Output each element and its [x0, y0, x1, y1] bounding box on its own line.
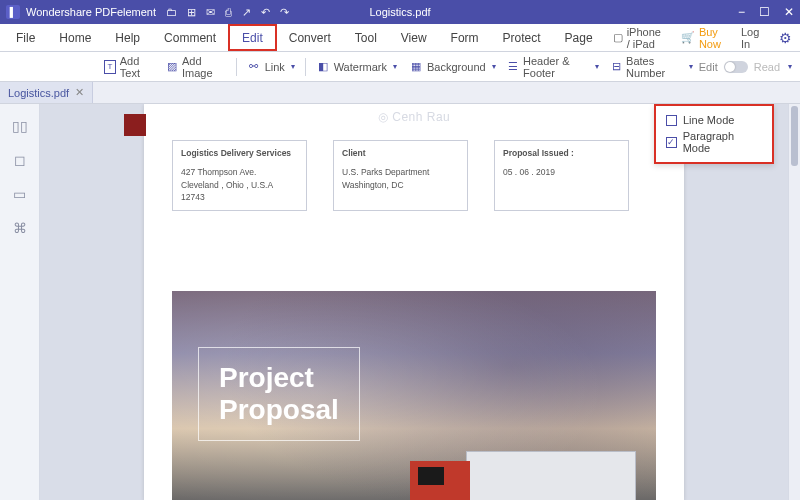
menu-comment[interactable]: Comment — [152, 24, 228, 51]
maximize-button[interactable]: ☐ — [759, 5, 770, 19]
device-icon: ▢ — [613, 31, 623, 44]
info-box-company[interactable]: Logistics Delivery Services 427 Thompson… — [172, 140, 307, 211]
left-sidebar: ▯▯ ◻ ▭ ⌘ — [0, 104, 40, 500]
header-footer-button[interactable]: ☰ Header & Footer ▾ — [502, 56, 605, 78]
menubar: File Home Help Comment Edit Convert Tool… — [0, 24, 800, 52]
watermark-button[interactable]: ◧ Watermark ▾ — [310, 56, 403, 78]
quick-access-toolbar: 🗀 ⊞ ✉ ⎙ ↗ ↶ ↷ — [166, 6, 289, 19]
edit-selection-handle[interactable] — [124, 114, 146, 136]
document-tab[interactable]: Logistics.pdf ✕ — [0, 82, 93, 103]
mail-icon[interactable]: ✉ — [206, 6, 215, 19]
separator — [236, 58, 237, 76]
trailer-shape — [466, 451, 636, 500]
bookmarks-icon[interactable]: ◻ — [14, 152, 26, 168]
edit-read-toggle[interactable] — [724, 61, 748, 73]
minimize-button[interactable]: − — [738, 5, 745, 19]
header-footer-icon: ☰ — [508, 60, 519, 74]
bates-icon: ⊟ — [611, 60, 622, 74]
cab-shape — [410, 461, 470, 500]
line-mode-option[interactable]: Line Mode — [666, 112, 762, 128]
hero-image: Project Proposal — [172, 291, 656, 500]
add-image-button[interactable]: ▨ Add Image — [160, 56, 231, 78]
edit-mode-popup: Line Mode ✓ Paragraph Mode — [654, 104, 774, 164]
cart-icon: 🛒 — [681, 31, 695, 44]
redo-icon[interactable]: ↷ — [280, 6, 289, 19]
info-box-date[interactable]: Proposal Issued : 05 . 06 . 2019 — [494, 140, 629, 211]
document-tabstrip: Logistics.pdf ✕ — [0, 82, 800, 104]
login-button[interactable]: Log In — [733, 26, 767, 50]
undo-icon[interactable]: ↶ — [261, 6, 270, 19]
vertical-scrollbar[interactable] — [788, 104, 800, 500]
link-button[interactable]: ⚯ Link ▾ — [241, 56, 301, 78]
chevron-down-icon: ▾ — [393, 62, 397, 71]
iphone-ipad-button[interactable]: ▢iPhone / iPad — [605, 26, 669, 50]
hero-title-box[interactable]: Project Proposal — [198, 347, 360, 441]
chevron-down-icon: ▾ — [492, 62, 496, 71]
app-name: Wondershare PDFelement — [26, 6, 156, 18]
edit-mode-label: Edit — [699, 61, 718, 73]
background-button[interactable]: ▦ Background ▾ — [403, 56, 502, 78]
menu-file[interactable]: File — [4, 31, 47, 45]
close-button[interactable]: ✕ — [784, 5, 794, 19]
info-boxes: Logistics Delivery Services 427 Thompson… — [172, 140, 656, 211]
window-controls: − ☐ ✕ — [738, 5, 794, 19]
document-canvas[interactable]: Line Mode ✓ Paragraph Mode ◎ Cenh Rau Lo… — [40, 104, 788, 500]
menu-protect[interactable]: Protect — [491, 24, 553, 51]
watermark-text: ◎ Cenh Rau — [378, 110, 451, 124]
menu-tool[interactable]: Tool — [343, 24, 389, 51]
checkbox-checked-icon: ✓ — [666, 137, 677, 148]
print-icon[interactable]: ⎙ — [225, 6, 232, 19]
link-icon: ⚯ — [247, 60, 261, 74]
truck-graphic — [376, 431, 636, 500]
titlebar: ▌ Wondershare PDFelement 🗀 ⊞ ✉ ⎙ ↗ ↶ ↷ L… — [0, 0, 800, 24]
chevron-down-icon: ▾ — [595, 62, 599, 71]
add-text-button[interactable]: T Add Text — [98, 56, 160, 78]
buy-now-button[interactable]: 🛒Buy Now — [673, 26, 729, 50]
scrollbar-thumb[interactable] — [791, 106, 798, 166]
info-box-client[interactable]: Client U.S. Parks Department Washington,… — [333, 140, 468, 211]
document-title: Logistics.pdf — [369, 6, 430, 18]
bates-number-button[interactable]: ⊟ Bates Number ▾ — [605, 56, 699, 78]
checkbox-unchecked-icon — [666, 115, 677, 126]
comments-icon[interactable]: ▭ — [13, 186, 26, 202]
attachments-icon[interactable]: ⌘ — [13, 220, 27, 236]
menu-edit[interactable]: Edit — [228, 24, 277, 51]
settings-icon[interactable]: ⚙ — [771, 30, 800, 46]
document-tab-label: Logistics.pdf — [8, 87, 69, 99]
edit-toolbar: T Add Text ▨ Add Image ⚯ Link ▾ ◧ Waterm… — [0, 52, 800, 82]
share-icon[interactable]: ↗ — [242, 6, 251, 19]
menu-page[interactable]: Page — [553, 24, 605, 51]
chevron-down-icon: ▾ — [291, 62, 295, 71]
menu-view[interactable]: View — [389, 24, 439, 51]
add-icon[interactable]: ⊞ — [187, 6, 196, 19]
watermark-icon: ◧ — [316, 60, 330, 74]
chevron-down-icon: ▾ — [689, 62, 693, 71]
menu-home[interactable]: Home — [47, 31, 103, 45]
text-icon: T — [104, 60, 116, 74]
image-icon: ▨ — [166, 60, 178, 74]
background-icon: ▦ — [409, 60, 423, 74]
hero-title: Project Proposal — [219, 362, 339, 426]
menu-convert[interactable]: Convert — [277, 24, 343, 51]
chevron-down-icon[interactable]: ▾ — [788, 62, 792, 71]
workspace: ▯▯ ◻ ▭ ⌘ Line Mode ✓ Paragraph Mode ◎ Ce… — [0, 104, 800, 500]
separator — [305, 58, 306, 76]
menu-form[interactable]: Form — [439, 24, 491, 51]
close-tab-icon[interactable]: ✕ — [75, 86, 84, 99]
folder-icon[interactable]: 🗀 — [166, 6, 177, 19]
pdf-page: ◎ Cenh Rau Logistics Delivery Services 4… — [144, 104, 684, 500]
watermark-logo-icon: ◎ — [378, 110, 389, 124]
paragraph-mode-option[interactable]: ✓ Paragraph Mode — [666, 128, 762, 156]
menu-help[interactable]: Help — [103, 31, 152, 45]
thumbnails-icon[interactable]: ▯▯ — [12, 118, 28, 134]
read-mode-label: Read — [754, 61, 780, 73]
app-logo-icon: ▌ — [6, 5, 20, 19]
